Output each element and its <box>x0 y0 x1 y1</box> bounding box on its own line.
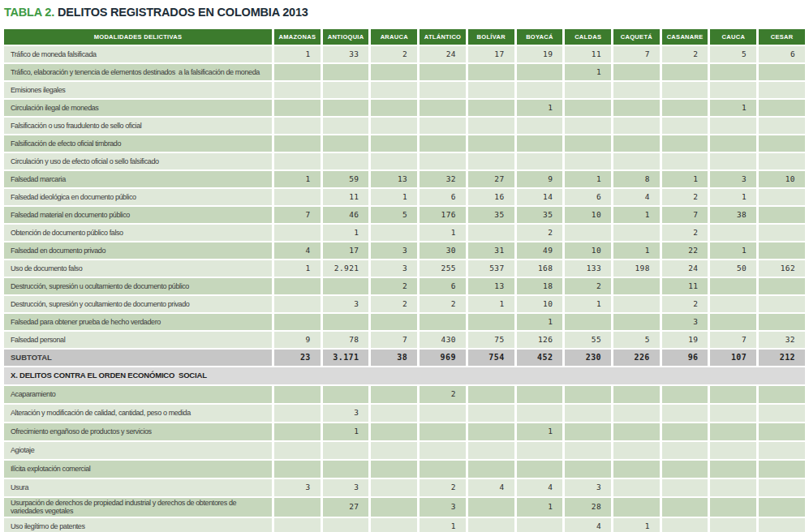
cell-atlantico: 255 <box>420 260 466 277</box>
col-header-casanare: CASANARE <box>662 29 708 45</box>
cell-cauca: 1 <box>710 242 756 259</box>
cell-caldas: 28 <box>565 498 611 517</box>
table-row: Falsedad en documento privado41733031491… <box>4 242 805 259</box>
table-row: Alteración y modificación de calidad, ca… <box>4 405 805 422</box>
cell-casanare <box>662 518 708 532</box>
cell-cesar <box>759 135 805 152</box>
cell-arauca <box>371 518 417 532</box>
table-row: Acaparamiento2 <box>4 386 805 403</box>
cell-amazonas <box>274 314 321 330</box>
cell-casanare <box>662 135 708 152</box>
cell-caldas <box>565 461 611 478</box>
cell-cauca <box>710 386 756 403</box>
cell-arauca <box>371 64 417 80</box>
cell-bolivar <box>468 386 514 403</box>
cell-casanare: 96 <box>662 350 708 366</box>
cell-bolivar <box>468 82 514 98</box>
cell-cesar <box>759 461 805 478</box>
cell-antioquia <box>323 386 369 403</box>
cell-caqueta: 1 <box>613 242 660 259</box>
cell-atlantico: 6 <box>420 278 466 294</box>
table-row: Falsedad para obtener prueba de hecho ve… <box>4 314 805 330</box>
cell-amazonas <box>274 518 321 532</box>
cell-caldas <box>565 82 611 98</box>
cell-caqueta <box>613 118 660 134</box>
cell-casanare <box>662 405 708 422</box>
table-row: Ilícita explotación comercial <box>4 461 805 478</box>
row-label: Circulación y uso de efecto oficial o se… <box>4 153 272 169</box>
cell-boyaca: 1 <box>517 423 563 440</box>
cell-atlantico: 24 <box>420 46 466 62</box>
table-row: Tráfico de moneda falsificada13322417191… <box>4 46 805 62</box>
cell-arauca: 2 <box>371 296 417 312</box>
cell-bolivar <box>468 314 514 330</box>
cell-bolivar <box>468 498 514 517</box>
cell-antioquia: 17 <box>323 242 369 259</box>
cell-casanare <box>662 479 708 496</box>
cell-boyaca <box>517 442 563 459</box>
table-row: Tráfico, elaboración y tenencia de eleme… <box>4 64 805 80</box>
cell-casanare: 7 <box>662 207 708 223</box>
cell-boyaca: 2 <box>517 225 563 241</box>
cell-arauca: 2 <box>371 278 417 294</box>
cell-arauca <box>371 135 417 152</box>
cell-atlantico: 2 <box>420 386 466 403</box>
row-label: Tráfico, elaboración y tenencia de eleme… <box>4 64 272 80</box>
cell-arauca: 13 <box>371 171 417 187</box>
cell-cesar: 162 <box>759 260 805 277</box>
cell-arauca: 3 <box>371 260 417 277</box>
cell-cesar <box>759 242 805 259</box>
cell-caldas <box>565 314 611 330</box>
row-label: Destrucción, supresión y ocultamiento de… <box>4 296 272 312</box>
row-label: Falsedad material en documento público <box>4 207 272 223</box>
cell-amazonas <box>274 442 321 459</box>
cell-atlantico <box>420 153 466 169</box>
cell-casanare <box>662 153 708 169</box>
cell-caqueta <box>613 64 660 80</box>
cell-atlantico <box>420 118 466 134</box>
col-header-arauca: ARAUCA <box>371 29 417 45</box>
cell-amazonas <box>274 498 321 517</box>
cell-caqueta <box>613 498 660 517</box>
row-label: Falsedad ideológica en documento público <box>4 189 272 205</box>
cell-boyaca <box>517 386 563 403</box>
table-row: Circulación ilegal de monedas11 <box>4 100 805 116</box>
cell-casanare: 1 <box>662 171 708 187</box>
cell-cauca: 7 <box>710 332 756 348</box>
cell-amazonas <box>274 405 321 422</box>
cell-atlantico <box>420 423 466 440</box>
table-row: Falsedad material en documento público74… <box>4 207 805 223</box>
cell-cauca <box>710 225 756 241</box>
cell-bolivar: 754 <box>468 350 514 366</box>
cell-arauca <box>371 225 417 241</box>
cell-boyaca <box>517 82 563 98</box>
cell-atlantico: 32 <box>420 171 466 187</box>
table-number-label: TABLA 2. <box>4 6 54 19</box>
cell-antioquia: 78 <box>323 332 369 348</box>
cell-antioquia: 3 <box>323 479 369 496</box>
cell-cesar <box>759 64 805 80</box>
cell-antioquia: 3 <box>323 296 369 312</box>
col-header-boyaca: BOYACÁ <box>517 29 563 45</box>
cell-boyaca: 19 <box>517 46 563 62</box>
table-body: Tráfico de moneda falsificada13322417191… <box>4 46 805 532</box>
cell-amazonas <box>274 153 321 169</box>
cell-cauca <box>710 135 756 152</box>
cell-cesar <box>759 479 805 496</box>
cell-caldas <box>565 423 611 440</box>
row-label: Alteración y modificación de calidad, ca… <box>4 405 272 422</box>
cell-cesar <box>759 405 805 422</box>
cell-caldas: 55 <box>565 332 611 348</box>
cell-boyaca: 14 <box>517 189 563 205</box>
cell-cauca <box>710 296 756 312</box>
cell-bolivar: 1 <box>468 296 514 312</box>
cell-casanare: 2 <box>662 225 708 241</box>
cell-casanare: 2 <box>662 189 708 205</box>
cell-cauca <box>710 461 756 478</box>
cell-cesar <box>759 498 805 517</box>
cell-casanare <box>662 386 708 403</box>
cell-amazonas <box>274 64 321 80</box>
cell-amazonas <box>274 296 321 312</box>
row-label: Tráfico de moneda falsificada <box>4 46 272 62</box>
cell-cauca <box>710 314 756 330</box>
